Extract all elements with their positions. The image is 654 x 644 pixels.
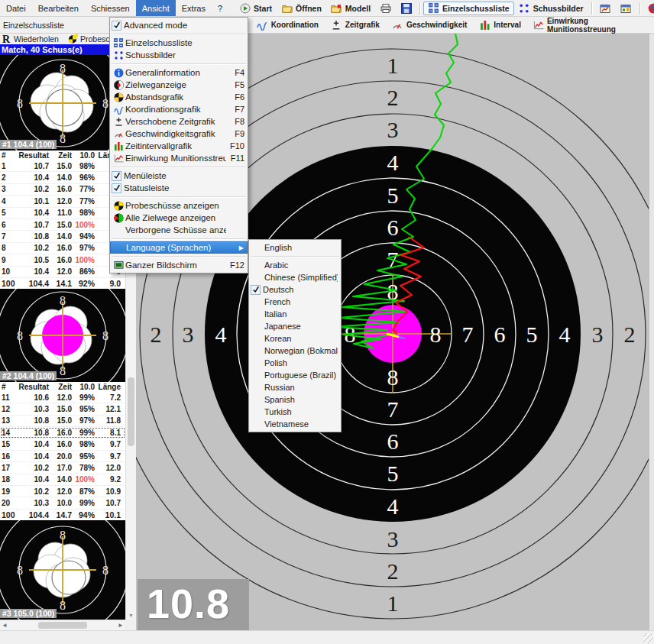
menu-item-abstandsgrafik[interactable]: AbstandsgrafikF6 xyxy=(110,91,248,103)
checkmark-icon xyxy=(112,183,121,193)
menu-item-einzelschussliste[interactable]: Einzelschussliste xyxy=(110,37,248,49)
menu-item-schussbilder[interactable]: Schussbilder xyxy=(110,49,248,61)
main-right-scroll-edge[interactable] xyxy=(649,34,654,630)
table-row[interactable]: 1610.420.095%9.7 xyxy=(0,451,125,462)
table-row[interactable]: 510.411.098%10 xyxy=(0,208,125,219)
printer-button[interactable] xyxy=(375,2,396,15)
table-cell: 104.4 xyxy=(14,279,50,288)
table-row[interactable]: 1710.217.078%12.0 xyxy=(0,462,125,474)
table-row[interactable]: 710.814.094%8 xyxy=(0,231,125,242)
menu-item-men-leiste[interactable]: Menüleiste xyxy=(110,170,248,182)
menu-item-alle-zielwege-anzeigen[interactable]: Alle Zielwege anzeigen xyxy=(110,212,248,224)
menu-item-arabic[interactable]: Arabic xyxy=(249,259,341,271)
ffnen-button[interactable]: Öffnen xyxy=(277,2,326,15)
menu-item-label: Alle Zielwege anzeigen xyxy=(125,213,226,222)
shot-group-thumbnail[interactable]: 8888#3 105.0 (100) xyxy=(0,520,125,620)
menu-item-turkish[interactable]: Turkish xyxy=(249,406,341,418)
menu-item-verschobene-zeitgrafik[interactable]: Verschobene ZeitgrafikF8 xyxy=(110,115,248,128)
einwirkung-munitionsstreuung-button[interactable]: Einwirkung Munitionsstreuung xyxy=(529,18,654,32)
menu-item-japanese[interactable]: Japanese xyxy=(249,320,341,332)
table-row[interactable]: 310.216.077%8 xyxy=(0,184,125,196)
table-row[interactable]: 1310.815.097%11.8 xyxy=(0,416,125,427)
menu-item-portuguese-brazil[interactable]: Portuguese (Brazil) xyxy=(249,369,341,381)
shot-group-thumbnail[interactable]: 8888#2 104.4 (100) xyxy=(0,289,125,382)
start-button[interactable]: Start xyxy=(235,2,277,15)
table-row[interactable]: 910.516.0100%8 xyxy=(0,254,125,266)
menu-item-korean[interactable]: Korean xyxy=(249,332,341,345)
koordination-button[interactable]: Koordination xyxy=(252,18,323,32)
geschwindigkeit-button[interactable]: Geschwindigkeit xyxy=(387,18,471,32)
menu-item-deutsch[interactable]: Deutsch xyxy=(249,283,341,296)
menu-item-probesch-sse-anzeigen[interactable]: Probeschüsse anzeigen xyxy=(110,199,248,212)
scroll-down-icon[interactable]: ▼ xyxy=(126,613,136,618)
svg-text:2: 2 xyxy=(624,322,636,347)
hscroll-thumb[interactable] xyxy=(38,622,87,629)
gauge-icon xyxy=(392,19,403,31)
zeitgrafik-button[interactable]: Zeitgrafik xyxy=(326,18,384,32)
menu-icon-blank xyxy=(251,370,264,380)
table-row[interactable]: 210.414.096%8 xyxy=(0,172,125,183)
no-entry-button[interactable] xyxy=(643,2,654,15)
menu-item-italian[interactable]: Italian xyxy=(249,308,341,320)
table-row[interactable]: 110.715.098%10 xyxy=(0,160,125,172)
table-row[interactable]: 1110.612.099%7.2 xyxy=(0,392,125,403)
menu-item-geschwindigkeitsgrafik[interactable]: GeschwindigkeitsgrafikF9 xyxy=(110,128,248,140)
menu-schiessen[interactable]: Schiessen xyxy=(85,0,136,16)
table-cell: 20 xyxy=(2,499,14,507)
menu-item-zielweganzeige[interactable]: ZielweganzeigeF5 xyxy=(110,79,248,91)
menu-item-russian[interactable]: Russian xyxy=(249,381,341,393)
table-row[interactable]: 1810.414.0100%9.2 xyxy=(0,474,125,486)
schussbilder-button[interactable]: Schussbilder xyxy=(514,2,588,15)
menu-bearbeiten[interactable]: Bearbeiten xyxy=(32,0,85,16)
vscroll-thumb[interactable] xyxy=(128,377,134,446)
menu-item-language-sprachen[interactable]: Language (Sprachen)▶ xyxy=(110,241,248,254)
menu-item-einwirkung-munitionsstreuung[interactable]: Einwirkung MunitionsstreuungF11 xyxy=(110,152,248,164)
menu-shortcut: F11 xyxy=(226,154,244,163)
table-row[interactable]: 1910.212.087%10.9 xyxy=(0,486,125,497)
menu-datei[interactable]: Datei xyxy=(0,0,32,16)
table-row[interactable]: 410.112.077%9 xyxy=(0,196,125,207)
modell-button[interactable]: Modell xyxy=(326,2,375,15)
resize-grip[interactable] xyxy=(643,633,653,643)
sidebar-horizontal-scrollbar[interactable]: ◄ ► xyxy=(0,620,125,630)
table-row[interactable]: 1510.416.098%9.7 xyxy=(0,439,125,450)
menu-item-advanced-mode[interactable]: Advanced mode xyxy=(110,19,248,31)
svg-text:7: 7 xyxy=(462,322,474,347)
table-row[interactable]: 810.216.097%9 xyxy=(0,243,125,254)
shot-group-thumbnail[interactable]: 8888#1 104.4 (100) xyxy=(0,55,125,150)
menu-item-polish[interactable]: Polish xyxy=(249,357,341,369)
menu-ansicht[interactable]: Ansicht xyxy=(136,0,176,16)
scroll-left-icon[interactable]: ◄ xyxy=(2,622,8,629)
menu-item-statusleiste[interactable]: Statusleiste xyxy=(110,182,248,194)
menu-extras[interactable]: Extras xyxy=(176,0,212,16)
table-row[interactable]: 1010.412.086%8 xyxy=(0,267,125,278)
einzelschussliste-button[interactable]: Einzelschussliste xyxy=(423,2,514,15)
menu-item-norwegian-bokmal[interactable]: Norwegian (Bokmal) xyxy=(249,345,341,357)
wiederholen-button[interactable]: RWiederholen xyxy=(2,34,59,44)
save-button[interactable] xyxy=(396,2,416,15)
svg-text:8: 8 xyxy=(17,563,23,576)
menu-item-koordinationsgrafik[interactable]: KoordinationsgrafikF7 xyxy=(110,103,248,115)
menu-item-label: Ganzer Bildschirm xyxy=(125,261,226,270)
menu-item-english[interactable]: English xyxy=(249,241,341,254)
interval-button[interactable]: Interval xyxy=(474,18,526,32)
window-a-button[interactable] xyxy=(595,2,616,15)
table-row[interactable]: 610.715.0100%8 xyxy=(0,219,125,231)
menu-item-zeitintervallgrafik[interactable]: ZeitintervallgrafikF10 xyxy=(110,140,248,152)
table-row[interactable]: 1410.816.099%8.1 xyxy=(0,427,125,439)
menu-item-ganzer-bildschirm[interactable]: Ganzer BildschirmF12 xyxy=(110,259,248,271)
menu-item-french[interactable]: French xyxy=(249,296,341,308)
table-cell: 10.7 xyxy=(14,221,50,229)
table-row[interactable]: 2010.310.099%10.7 xyxy=(0,497,125,509)
table-row[interactable]: 1210.315.095%12.1 xyxy=(0,403,125,415)
status-bar xyxy=(0,630,654,644)
menu-item-chinese-simplified[interactable]: Chinese (Simplified) xyxy=(249,271,341,283)
menu-item-verborgene-sch-sse-anzeigen[interactable]: Verborgene Schüsse anzeigen xyxy=(110,224,248,236)
window-b-button[interactable] xyxy=(616,2,636,15)
table-cell: 15.0 xyxy=(50,405,73,413)
scroll-right-icon[interactable]: ► xyxy=(118,622,124,629)
menu-[interactable]: ? xyxy=(212,0,228,16)
menu-item-vietnamese[interactable]: Vietnamese xyxy=(249,418,341,430)
menu-item-generalinformation[interactable]: GeneralinformationF4 xyxy=(110,66,248,79)
menu-item-spanish[interactable]: Spanish xyxy=(249,393,341,406)
